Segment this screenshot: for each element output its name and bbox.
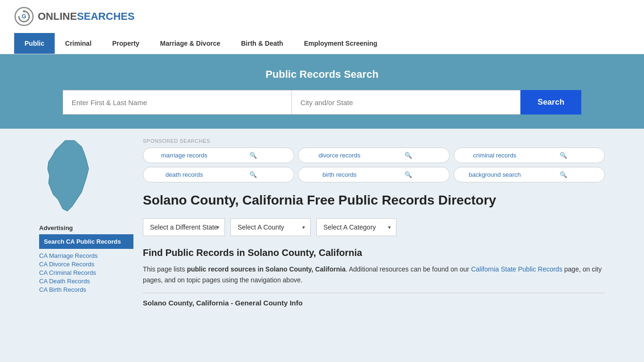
sidebar-link-death[interactable]: CA Death Records: [39, 277, 133, 285]
county-dropdown-wrap: Select A County: [231, 218, 311, 236]
california-map: [39, 138, 100, 214]
svg-point-1: [23, 10, 25, 13]
sidebar-link-divorce[interactable]: CA Divorce Records: [39, 260, 133, 268]
state-map: [39, 138, 133, 215]
sidebar: Advertising Search CA Public Records CA …: [39, 138, 133, 307]
sidebar-link-birth[interactable]: CA Birth Records: [39, 286, 133, 293]
ad-label: Advertising: [39, 224, 133, 231]
sponsored-grid: marriage records 🔍 divorce records 🔍 cri…: [143, 148, 605, 182]
nav-item-criminal[interactable]: Criminal: [55, 33, 102, 54]
main-area: Advertising Search CA Public Records CA …: [30, 129, 614, 316]
nav-item-birth-death[interactable]: Birth & Death: [231, 33, 293, 54]
find-description: This page lists public record sources in…: [143, 264, 605, 285]
county-dropdown[interactable]: Select A County: [231, 218, 311, 236]
logo-icon: G: [14, 7, 34, 26]
location-input[interactable]: [291, 90, 520, 115]
sponsored-item-criminal[interactable]: criminal records 🔍: [454, 148, 605, 163]
search-icon-1: 🔍: [374, 152, 443, 159]
search-banner-title: Public Records Search: [14, 68, 630, 81]
logo-text: ONLINESEARCHES: [38, 10, 134, 23]
search-icon-4: 🔍: [374, 171, 443, 178]
search-button[interactable]: Search: [520, 90, 581, 115]
search-icon-5: 🔍: [529, 171, 598, 178]
sponsored-item-death[interactable]: death records 🔍: [143, 167, 294, 182]
sponsored-label: SPONSORED SEARCHES: [143, 138, 605, 144]
svg-marker-3: [48, 140, 89, 211]
sidebar-link-criminal[interactable]: CA Criminal Records: [39, 269, 133, 276]
search-icon-3: 🔍: [219, 171, 288, 178]
state-dropdown-wrap: Select a Different State: [143, 218, 225, 236]
find-title: Find Public Records in Solano County, Ca…: [143, 247, 605, 258]
search-icon-0: 🔍: [219, 152, 288, 159]
sponsored-item-background[interactable]: background search 🔍: [454, 167, 605, 182]
main-nav: Public Criminal Property Marriage & Divo…: [0, 33, 644, 54]
state-records-link[interactable]: California State Public Records: [471, 265, 562, 273]
sponsored-item-divorce[interactable]: divorce records 🔍: [298, 148, 449, 163]
category-dropdown[interactable]: Select A Category: [316, 218, 396, 236]
sponsored-item-birth[interactable]: birth records 🔍: [298, 167, 449, 182]
sponsored-searches: SPONSORED SEARCHES marriage records 🔍 di…: [143, 138, 605, 182]
nav-item-marriage-divorce[interactable]: Marriage & Divorce: [150, 33, 231, 54]
search-form: Search: [63, 90, 581, 115]
logo[interactable]: G ONLINESEARCHES: [14, 7, 134, 26]
sidebar-links: CA Marriage Records CA Divorce Records C…: [39, 252, 133, 293]
site-header: G ONLINESEARCHES: [0, 0, 644, 33]
content-area: SPONSORED SEARCHES marriage records 🔍 di…: [143, 138, 605, 307]
county-info-title: Solano County, California - General Coun…: [143, 293, 605, 307]
search-icon-2: 🔍: [529, 152, 598, 159]
state-dropdown[interactable]: Select a Different State: [143, 218, 225, 236]
category-dropdown-wrap: Select A Category: [316, 218, 396, 236]
nav-item-public[interactable]: Public: [14, 33, 55, 54]
search-banner: Public Records Search Search: [0, 54, 644, 129]
nav-item-property[interactable]: Property: [102, 33, 150, 54]
svg-text:G: G: [22, 13, 26, 20]
sponsored-item-marriage[interactable]: marriage records 🔍: [143, 148, 294, 163]
ad-box[interactable]: Search CA Public Records: [39, 234, 133, 249]
dropdowns-row: Select a Different State Select A County…: [143, 218, 605, 236]
nav-item-employment[interactable]: Employment Screening: [294, 33, 388, 54]
sidebar-link-marriage[interactable]: CA Marriage Records: [39, 252, 133, 259]
page-title: Solano County, California Free Public Re…: [143, 192, 605, 209]
name-input[interactable]: [63, 90, 291, 115]
